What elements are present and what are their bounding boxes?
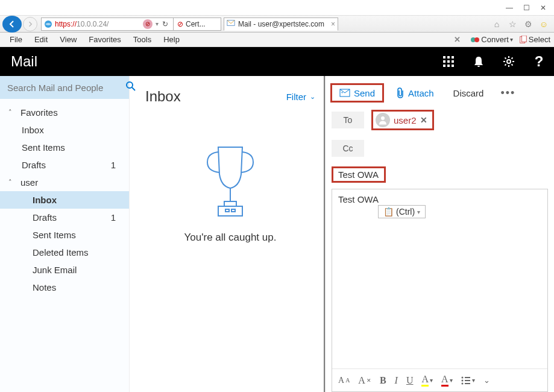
recipient-chip[interactable]: user2 ✕: [371, 110, 434, 130]
ie-icon: [43, 19, 53, 29]
svg-rect-7: [447, 56, 450, 58]
cc-label[interactable]: Cc: [332, 140, 364, 157]
trophy-icon: [200, 141, 260, 226]
tab-close-icon[interactable]: ×: [331, 20, 335, 28]
convert-button[interactable]: Convert ▾: [470, 35, 513, 45]
clear-format-button[interactable]: A✕: [358, 375, 371, 386]
app-launcher-icon[interactable]: [433, 47, 464, 76]
paperclip-icon: [396, 87, 404, 98]
search-input[interactable]: [7, 83, 122, 93]
tab-mail-label: Mail - user@xpertstec.com: [238, 20, 324, 28]
svg-line-21: [512, 65, 513, 66]
folder-junk[interactable]: Junk Email: [0, 261, 129, 279]
favorites-star-icon[interactable]: ☆: [507, 19, 518, 30]
empty-message: You're all caught up.: [184, 232, 277, 244]
folder-drafts[interactable]: Drafts1: [0, 209, 129, 226]
cert-error-icon: ⊘: [177, 20, 183, 28]
svg-rect-11: [452, 60, 454, 63]
svg-point-15: [507, 60, 511, 63]
to-label[interactable]: To: [332, 112, 364, 128]
home-icon[interactable]: ⌂: [491, 19, 502, 30]
recipient-name: user2: [394, 115, 417, 125]
url-text: https://10.0.0.24/: [55, 20, 141, 28]
chevron-down-icon: ▾: [417, 209, 420, 215]
svg-line-22: [505, 65, 506, 66]
italic-button[interactable]: I: [395, 375, 398, 386]
svg-point-3: [474, 37, 479, 42]
address-bar[interactable]: https://10.0.0.24/ ⊘ ▾ ↻: [41, 17, 174, 31]
forward-button[interactable]: [23, 17, 37, 31]
window-maximize[interactable]: ☐: [518, 2, 535, 14]
avatar-icon: [376, 113, 390, 127]
highlight-button[interactable]: A▾: [421, 374, 433, 387]
sidebar: ˄ Favorites Inbox Sent Items Drafts1 ˄ u…: [0, 76, 130, 392]
folder-inbox[interactable]: Inbox: [0, 191, 129, 209]
more-actions-button[interactable]: •••: [496, 87, 520, 100]
svg-rect-30: [231, 209, 235, 212]
send-button[interactable]: Send: [330, 83, 384, 103]
select-icon: [519, 36, 527, 44]
menu-help[interactable]: Help: [157, 34, 186, 45]
smiley-icon[interactable]: ☺: [538, 19, 549, 30]
search-bar[interactable]: [0, 76, 129, 99]
tab-mail[interactable]: Mail - user@xpertstec.com ×: [224, 17, 338, 31]
settings-icon[interactable]: [494, 47, 524, 76]
window-close[interactable]: ✕: [535, 2, 552, 14]
convert-chevron-icon: ▾: [510, 36, 513, 43]
dropdown-icon[interactable]: ▾: [156, 21, 159, 27]
favorites-header[interactable]: ˄ Favorites: [0, 104, 129, 121]
font-color-button[interactable]: A▾: [441, 374, 453, 387]
refresh-icon[interactable]: ↻: [162, 20, 171, 28]
format-more-button[interactable]: ⌄: [483, 376, 490, 385]
toolbar-close-icon[interactable]: ✕: [454, 35, 461, 44]
menu-edit[interactable]: Edit: [28, 34, 54, 45]
content-title: Inbox: [145, 88, 181, 105]
filter-button[interactable]: Filter ⌄: [286, 92, 315, 102]
bold-button[interactable]: B: [380, 375, 386, 386]
folder-notes[interactable]: Notes: [0, 279, 129, 296]
svg-rect-6: [443, 56, 445, 58]
underline-button[interactable]: U: [406, 375, 414, 386]
menu-tools[interactable]: Tools: [127, 34, 157, 45]
user-header[interactable]: ˄ user: [0, 174, 129, 191]
tools-gear-icon[interactable]: ⚙: [523, 19, 534, 30]
format-toolbar: AA A✕ B I U A▾ A▾ ▾ ⌄: [332, 368, 547, 391]
menu-view[interactable]: View: [54, 34, 83, 45]
tab-cert-error[interactable]: ⊘ Cert...: [173, 17, 221, 31]
window-minimize[interactable]: —: [501, 2, 518, 14]
remove-recipient-icon[interactable]: ✕: [420, 115, 427, 125]
fav-sent[interactable]: Sent Items: [0, 139, 129, 156]
svg-rect-29: [225, 209, 229, 212]
chevron-down-icon: ⌄: [310, 93, 315, 101]
body-text: Test OWA: [332, 189, 547, 209]
svg-line-23: [512, 58, 513, 59]
svg-point-37: [461, 382, 463, 384]
font-family-button[interactable]: AA: [338, 376, 350, 385]
folder-sent[interactable]: Sent Items: [0, 226, 129, 244]
paste-options[interactable]: 📋 (Ctrl) ▾: [378, 205, 426, 218]
notifications-icon[interactable]: [464, 47, 494, 76]
fav-inbox[interactable]: Inbox: [0, 121, 129, 139]
svg-rect-12: [443, 65, 445, 67]
fav-drafts[interactable]: Drafts1: [0, 156, 129, 174]
subject-input[interactable]: Test OWA: [332, 166, 386, 183]
svg-point-35: [461, 379, 463, 381]
help-icon[interactable]: ?: [524, 47, 554, 76]
select-button[interactable]: Select: [519, 35, 550, 44]
back-button[interactable]: [2, 16, 22, 33]
tab-cert-label: Cert...: [186, 20, 206, 28]
stop-icon[interactable]: ⊘: [143, 19, 153, 29]
menu-favorites[interactable]: Favorites: [83, 34, 127, 45]
svg-rect-13: [447, 65, 450, 67]
message-body[interactable]: Test OWA 📋 (Ctrl) ▾ AA A✕ B I U A▾ A▾ ▾ …: [332, 189, 548, 392]
svg-point-32: [381, 116, 385, 120]
svg-point-33: [461, 376, 463, 378]
svg-rect-9: [443, 60, 445, 63]
attach-button[interactable]: Attach: [389, 83, 441, 103]
bullets-button[interactable]: ▾: [461, 376, 475, 385]
menu-file[interactable]: File: [4, 34, 28, 45]
svg-line-20: [505, 58, 506, 59]
pane-divider[interactable]: [324, 76, 325, 392]
discard-button[interactable]: Discard: [446, 83, 491, 103]
folder-deleted[interactable]: Deleted Items: [0, 244, 129, 261]
